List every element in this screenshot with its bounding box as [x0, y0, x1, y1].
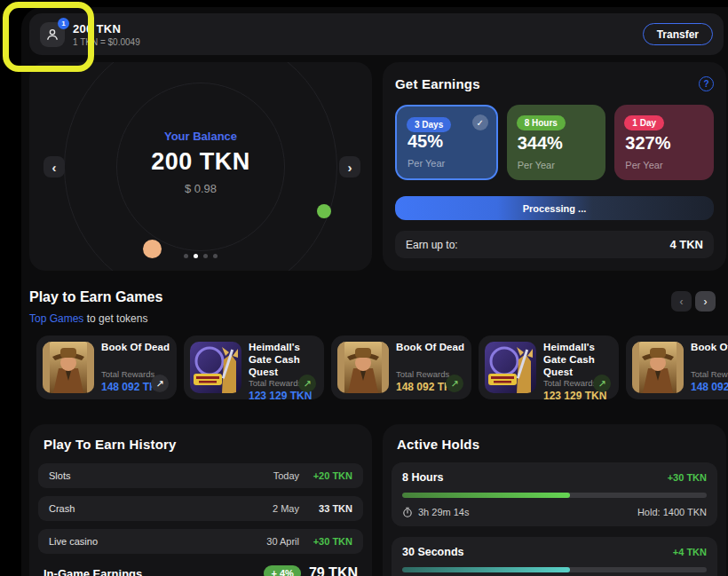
in-game-earnings-label: In-Game Earnings: [44, 567, 142, 576]
games-section-title: Play to Earn Games: [29, 289, 162, 305]
game-rewards-amount: 148 092 TKN: [691, 381, 728, 393]
open-game-button[interactable]: ↗: [593, 375, 611, 392]
open-game-button[interactable]: ↗: [151, 375, 169, 392]
plan-rate: 327%: [625, 133, 670, 154]
earn-up-to-label: Earn up to:: [406, 239, 458, 251]
game-thumbnail-book-of-dead: [337, 342, 389, 393]
hold-progress-track: [402, 567, 707, 572]
game-card-book-of-dead[interactable]: Book Of Dead Total Rewards 148 092 TKN ↗: [331, 335, 471, 399]
balance-usd: $ 0.98: [29, 182, 372, 195]
hold-duration: 30 Seconds: [402, 546, 463, 558]
earning-plans: 3 Days ✓ 45% Per Year 8 Hours 344% Per Y…: [395, 105, 714, 180]
header-balance: 200 TKN: [73, 22, 140, 36]
in-game-earnings-row: In-Game Earnings + 4% 79 TKN: [38, 565, 363, 576]
processing-progress-bar[interactable]: Processing ...: [395, 196, 714, 220]
history-amount: 33 TKN: [310, 503, 352, 514]
games-prev-button[interactable]: ‹: [671, 291, 692, 312]
carousel-dot[interactable]: [213, 254, 218, 258]
hold-card-30-seconds: 30 Seconds +4 TKN 14s Hold: 300 TKN: [392, 537, 717, 576]
chevron-left-icon: ‹: [52, 160, 57, 175]
balance-carousel-panel: Your Balance 200 TKN $ 0.98 ‹ ›: [29, 62, 372, 271]
history-date: Today: [273, 470, 299, 481]
earnings-percent-badge: + 4%: [264, 565, 300, 576]
user-balance-chip[interactable]: 1 200 TKN 1 TKN = $0.0049: [40, 22, 140, 47]
plan-rate: 45%: [408, 131, 443, 152]
plan-duration-badge: 8 Hours: [517, 115, 566, 130]
game-card-book-of-dead[interactable]: Book Of Dead Total Rewards 148 092 TKN ↗: [36, 335, 177, 399]
top-bar: 1 200 TKN 1 TKN = $0.0049 Transfer: [29, 13, 724, 55]
plan-card-1-day[interactable]: 1 Day 327% Per Year: [614, 105, 714, 180]
plan-card-8-hours[interactable]: 8 Hours 344% Per Year: [507, 105, 606, 180]
history-title: Play To Earn History: [44, 437, 363, 452]
carousel-dots: [29, 254, 372, 258]
game-card-heimdalls-gate[interactable]: Heimdall's Gate Cash Quest Total Rewards…: [479, 335, 619, 399]
carousel-dot[interactable]: [203, 254, 208, 258]
hold-progress-fill: [402, 493, 570, 498]
earnings-total-value: 79 TKN: [309, 565, 358, 576]
game-thumbnail-book-of-dead: [43, 342, 94, 393]
transfer-button[interactable]: Transfer: [643, 23, 713, 45]
history-row: Live casino 30 April +30 TKN: [38, 529, 363, 554]
hold-progress-fill: [402, 567, 570, 572]
plan-duration-badge: 3 Days: [407, 117, 451, 132]
holds-title: Active Holds: [397, 437, 717, 452]
notification-badge: 1: [58, 18, 69, 29]
chevron-right-icon: ›: [704, 296, 708, 308]
help-icon[interactable]: ?: [699, 76, 714, 91]
game-rewards-label: Total Rewards: [691, 369, 728, 379]
game-title: Book Of Dead: [691, 342, 728, 354]
hold-card-8-hours: 8 Hours +30 TKN 3h 29m 14s Hold: 1400 TK…: [392, 462, 717, 526]
game-title: Heimdall's Gate Cash Quest: [249, 342, 318, 378]
hold-amount: Hold: 1400 TKN: [637, 507, 707, 517]
carousel-dot[interactable]: [184, 254, 188, 258]
game-card-book-of-dead[interactable]: Book Of Dead Total Rewards 148 092 TKN ↗: [626, 335, 728, 399]
history-row: Slots Today +20 TKN: [38, 463, 363, 488]
games-next-button[interactable]: ›: [695, 291, 716, 312]
games-card-row: Book Of Dead Total Rewards 148 092 TKN ↗…: [36, 335, 728, 399]
open-game-button[interactable]: ↗: [298, 375, 316, 392]
hold-duration: 8 Hours: [402, 471, 444, 484]
history-amount: +20 TKN: [310, 470, 352, 481]
plan-card-3-days[interactable]: 3 Days ✓ 45% Per Year: [395, 105, 498, 180]
game-title: Heimdall's Gate Cash Quest: [543, 342, 613, 378]
avatar[interactable]: 1: [40, 22, 65, 47]
game-title: Book Of Dead: [101, 342, 170, 354]
earn-up-to-row: Earn up to: 4 TKN: [395, 231, 714, 258]
plan-rate: 344%: [518, 133, 563, 154]
game-title: Book Of Dead: [396, 342, 464, 354]
game-thumbnail-heimdalls-gate: [485, 342, 536, 393]
top-games-link[interactable]: Top Games: [29, 312, 83, 325]
processing-label: Processing ...: [523, 203, 587, 214]
earnings-title: Get Earnings: [395, 76, 480, 91]
open-game-button[interactable]: ↗: [446, 375, 463, 392]
games-subtitle: Top Games to get tokens: [29, 312, 147, 325]
get-earnings-panel: Get Earnings ? 3 Days ✓ 45% Per Year 8 H…: [383, 62, 726, 271]
history-date: 30 April: [266, 536, 299, 547]
plan-duration-badge: 1 Day: [624, 115, 664, 130]
arrow-up-right-icon: ↗: [597, 378, 605, 390]
carousel-prev-button[interactable]: ‹: [44, 156, 65, 178]
carousel-dot-active[interactable]: [194, 254, 198, 258]
chevron-left-icon: ‹: [680, 296, 684, 308]
check-icon: ✓: [472, 114, 488, 130]
hold-reward: +30 TKN: [668, 472, 707, 483]
earn-up-to-value: 4 TKN: [669, 238, 703, 251]
plan-period: Per Year: [625, 160, 662, 170]
green-orbit-dot: [317, 204, 331, 218]
hold-time-remaining: 3h 29m 14s: [418, 507, 469, 517]
balance-label: Your Balance: [29, 130, 372, 143]
games-subtitle-rest: to get tokens: [83, 312, 147, 325]
history-game: Live casino: [49, 536, 98, 547]
carousel-next-button[interactable]: ›: [339, 156, 360, 178]
user-icon: [45, 28, 59, 42]
plan-period: Per Year: [408, 158, 445, 169]
arrow-up-right-icon: ↗: [450, 378, 458, 390]
plan-period: Per Year: [518, 160, 555, 170]
arrow-up-right-icon: ↗: [303, 378, 311, 390]
arrow-up-right-icon: ↗: [155, 378, 163, 390]
hold-reward: +4 TKN: [673, 547, 707, 557]
game-card-heimdalls-gate[interactable]: Heimdall's Gate Cash Quest Total Rewards…: [184, 335, 324, 399]
game-thumbnail-heimdalls-gate: [190, 342, 241, 393]
chevron-right-icon: ›: [348, 160, 352, 175]
stopwatch-icon: [402, 507, 413, 517]
